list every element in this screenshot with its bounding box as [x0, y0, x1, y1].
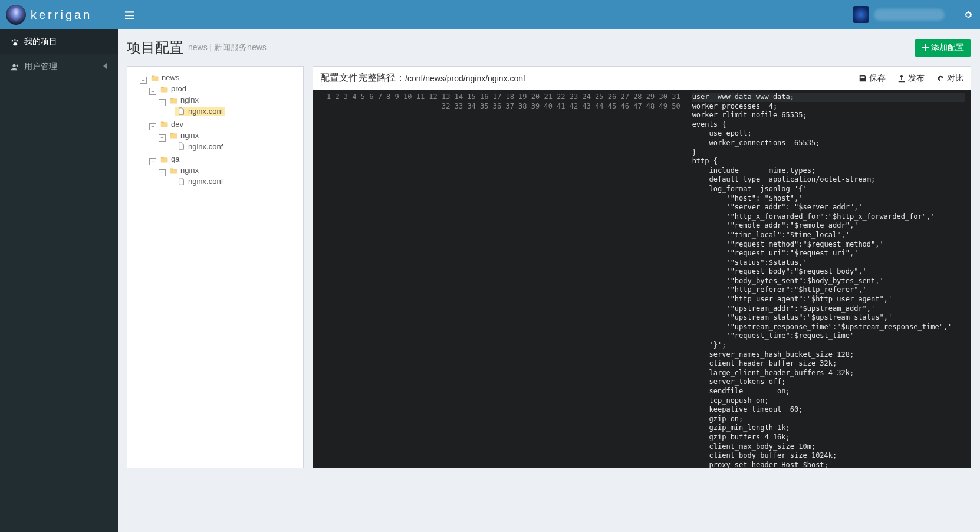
tree-file[interactable]: nginx.conf: [175, 177, 225, 186]
folder-icon: [169, 131, 179, 139]
app-header: kerrigan: [0, 0, 980, 29]
sidebar-toggle[interactable]: [118, 0, 142, 29]
editor-header: 配置文件完整路径： /conf/news/prod/nginx/nginx.co…: [313, 67, 971, 90]
brand-logo[interactable]: kerrigan: [0, 0, 118, 29]
tree-toggle[interactable]: −: [149, 88, 156, 95]
file-tree[interactable]: −news−prod−nginxnginx.conf−dev−nginxngin…: [130, 73, 300, 190]
tree-folder[interactable]: nginx: [167, 131, 200, 140]
publish-icon: [897, 74, 906, 83]
file-tree-panel: −news−prod−nginxnginx.conf−dev−nginxngin…: [127, 66, 304, 468]
folder-icon: [160, 155, 169, 163]
folder-icon: [160, 85, 169, 93]
tree-toggle[interactable]: −: [159, 134, 166, 142]
user-name-blurred: [874, 9, 945, 21]
file-icon: [177, 178, 186, 186]
tree-toggle[interactable]: −: [159, 169, 166, 176]
refresh-icon: [936, 74, 945, 83]
users-icon: [9, 63, 19, 71]
sidebar: 我的项目 用户管理: [0, 29, 118, 477]
line-gutter: 1 2 3 4 5 6 7 8 9 10 11 12 13 14 15 16 1…: [313, 90, 686, 468]
sidebar-item-my-projects[interactable]: 我的项目: [0, 29, 118, 54]
folder-icon: [150, 74, 160, 82]
folder-icon: [169, 96, 179, 104]
settings-button[interactable]: [956, 0, 980, 29]
tree-file[interactable]: nginx.conf: [175, 107, 225, 116]
folder-icon: [169, 166, 179, 175]
sidebar-item-user-mgmt[interactable]: 用户管理: [0, 54, 118, 79]
tree-folder[interactable]: qa: [158, 155, 181, 163]
tree-file[interactable]: nginx.conf: [175, 142, 225, 151]
save-icon: [859, 74, 867, 83]
tree-folder[interactable]: nginx: [167, 96, 200, 104]
config-path: /conf/news/prod/nginx/nginx.conf: [405, 74, 525, 83]
chevron-left-icon: [101, 62, 109, 72]
editor-panel: 配置文件完整路径： /conf/news/prod/nginx/nginx.co…: [313, 66, 971, 468]
main-columns: −news−prod−nginxnginx.conf−dev−nginxngin…: [127, 66, 971, 468]
publish-button[interactable]: 发布: [897, 73, 925, 84]
tree-toggle[interactable]: −: [149, 123, 156, 130]
page-header: 项目配置 news | 新闻服务news 添加配置: [127, 38, 971, 57]
breadcrumb: news | 新闻服务news: [188, 42, 267, 53]
user-avatar[interactable]: [853, 6, 869, 23]
tree-toggle[interactable]: −: [140, 77, 147, 84]
diff-button[interactable]: 对比: [936, 73, 963, 84]
tree-folder[interactable]: prod: [158, 84, 188, 93]
tree-toggle[interactable]: −: [159, 99, 166, 106]
brand-icon: [6, 5, 26, 25]
path-label: 配置文件完整路径：: [320, 72, 405, 84]
page-title: 项目配置: [127, 38, 183, 57]
code-content[interactable]: user www-data www-data;worker_processes …: [686, 90, 971, 468]
content-area: 项目配置 news | 新闻服务news 添加配置 −news−prod−ngi…: [118, 29, 980, 477]
tree-toggle[interactable]: −: [149, 158, 156, 165]
code-editor[interactable]: 1 2 3 4 5 6 7 8 9 10 11 12 13 14 15 16 1…: [313, 90, 971, 468]
brand-name: kerrigan: [31, 8, 92, 22]
sidebar-item-label: 我的项目: [24, 37, 57, 47]
tree-folder[interactable]: dev: [158, 120, 185, 129]
folder-icon: [160, 120, 169, 128]
plus-icon: [922, 44, 929, 51]
sidebar-item-label: 用户管理: [24, 61, 57, 72]
file-icon: [177, 142, 186, 150]
save-button[interactable]: 保存: [859, 73, 886, 84]
header-right: [853, 0, 980, 29]
gear-icon: [963, 10, 973, 19]
file-icon: [177, 107, 186, 116]
tree-folder[interactable]: news: [149, 73, 181, 82]
editor-actions: 保存 发布 对比: [859, 73, 963, 84]
bars-icon: [125, 10, 134, 19]
add-config-button[interactable]: 添加配置: [915, 39, 971, 57]
paw-icon: [9, 38, 19, 46]
tree-folder[interactable]: nginx: [167, 166, 200, 175]
